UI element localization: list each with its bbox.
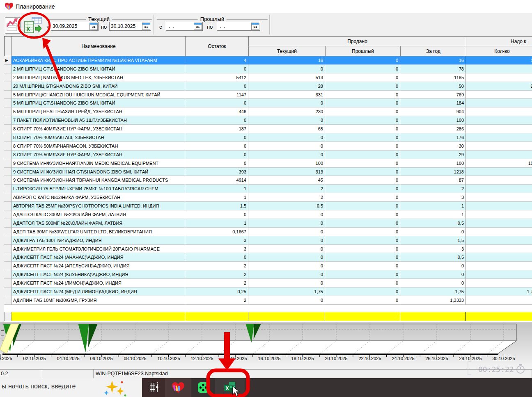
- row-selector-cell[interactable]: [4, 185, 11, 193]
- row-selector-cell[interactable]: [4, 210, 11, 219]
- row-selector-cell[interactable]: [4, 219, 11, 228]
- cell-sold-current: 0: [248, 151, 325, 159]
- calendar-icon[interactable]: 31: [251, 23, 259, 30]
- table-row[interactable]: АДЖИГРА ТАБ 100Г №4\АДЖИО, ИНДИЯ3001,5: [4, 236, 532, 245]
- column-header-sold-past[interactable]: Прошлый: [326, 46, 401, 56]
- row-selector-cell[interactable]: [4, 228, 11, 236]
- taskbar-item-green-app[interactable]: [191, 378, 215, 397]
- cell-sold-current: 0: [248, 65, 325, 73]
- row-selector-cell[interactable]: [4, 133, 11, 142]
- row-selector-cell[interactable]: [4, 159, 11, 168]
- cell-sold-past: 0: [325, 107, 400, 116]
- table-row[interactable]: L-ТИРОКСИН 75 БЕРЛИН-ХЕМИ 75МКГ №100 ТАБ…: [4, 185, 532, 193]
- cell-stock: 0,1667: [185, 228, 248, 236]
- row-selector-cell[interactable]: [4, 253, 11, 262]
- cell-name: 5 МЛ ШПРИЦ\CHANGZHOU HUICHUN MEDICAL EQU…: [11, 91, 185, 99]
- table-row[interactable]: АДАПТОЛ КАПС 300МГ №20\ОЛАЙН ФАРМ, ЛАТВИ…: [4, 210, 532, 219]
- row-selector-cell[interactable]: [4, 236, 11, 245]
- row-selector-cell[interactable]: [4, 107, 11, 116]
- row-selector-cell[interactable]: [4, 270, 11, 279]
- row-selector-cell[interactable]: [4, 262, 11, 270]
- calendar-icon[interactable]: 31: [89, 23, 98, 30]
- table-row[interactable]: 8 СПИРТ 70% 50МЛ\ЗИЕ НУР ФАРМ, УЗБЕКИСТА…: [4, 151, 532, 159]
- column-header-need-group[interactable]: Надо к: [466, 37, 532, 46]
- table-row[interactable]: 8 СПИРТ 70% 50МЛ\PHARMACON, УЗБЕКИСТАН00…: [4, 142, 532, 151]
- table-row[interactable]: АДЖИСЕПТ ПАСТ №24 (КЛУБНИКА)\АДЖИО, ИНДИ…: [4, 270, 532, 279]
- axis-tick-label: 02.10.2025: [23, 356, 46, 361]
- table-row[interactable]: 9 СИСТЕМА ИНФУЗИОННАЯ\TIANJIN MEDIC MEDI…: [4, 159, 532, 168]
- row-selector-cell[interactable]: [4, 296, 11, 305]
- cell-name: АДЖИСЕПТ ПАСТ №24 (МЕД И ЛИМОН)\АДЖИО, И…: [11, 287, 185, 296]
- column-header-sold-year[interactable]: За год: [401, 46, 466, 56]
- cell-sold-past: 0: [325, 159, 400, 168]
- row-selector-cell[interactable]: [4, 176, 11, 185]
- table-row[interactable]: 9 СИСТЕМА ИНФУЗИОННАЯ GT\SHANDONG ZIBO S…: [4, 168, 532, 176]
- past-from-date-field[interactable]: . . 31: [166, 22, 203, 31]
- table-row[interactable]: 5 МЛ ШПРИЦ GT\SHANDONG ZIBO SMI, КИТАЙ00…: [4, 99, 532, 107]
- table-row[interactable]: АДЖИСЕПТ ПАСТ №24 (ЛИМОН)\АДЖИО, ИНДИЯ20…: [4, 279, 532, 287]
- row-selector-cell[interactable]: [4, 142, 11, 151]
- table-row[interactable]: АВТОРИЯ ТАБ 25МГ №30\PSYCHOTROPICS INDIA…: [4, 202, 532, 210]
- row-selector-cell[interactable]: [4, 168, 11, 176]
- cell-sold-current: 100: [248, 159, 325, 168]
- current-from-date-field[interactable]: 30.09.2025 31: [51, 22, 99, 31]
- row-selector-cell[interactable]: [4, 287, 11, 296]
- cell-sold-past: 0: [325, 73, 400, 82]
- row-selector-cell[interactable]: [4, 279, 11, 287]
- table-row[interactable]: 9 СИСТЕМА ИНФУЗИОННАЯ TBF\ANHUI KANGDA M…: [4, 176, 532, 185]
- row-selector-cell[interactable]: [4, 65, 11, 73]
- table-row[interactable]: АДИПИН ТАБ 10МГ №30\GMP, ГРУЗИЯ2001,3333: [4, 296, 532, 305]
- row-selector-cell[interactable]: [4, 202, 11, 210]
- export-to-excel-button[interactable]: X: [24, 16, 42, 34]
- taskbar-search-box[interactable]: ы начать поиск, введите: [0, 378, 144, 397]
- table-row[interactable]: АДЕП ТАБ 30МГ №30\WELFAR UNITED LTD, ВЕЛ…: [4, 228, 532, 236]
- row-selector-cell[interactable]: [4, 245, 11, 253]
- table-row[interactable]: 7 ПАКЕТ ПОЛИЭТИЛЕНОВЫЙ А5 1ШТ.\УЗБЕКИСТА…: [4, 116, 532, 125]
- calendar-icon[interactable]: 31: [194, 23, 202, 30]
- table-row[interactable]: 8 СПИРТ 70% 40МЛ\АКТАШ, УЗБЕКИСТАН000176: [4, 133, 532, 142]
- current-to-date-field[interactable]: 30.10.2025 31: [109, 22, 151, 31]
- cell-name: 8 СПИРТ 70% 40МЛ\ЗИЕ НУР ФАРМ, УЗБЕКИСТА…: [11, 125, 185, 133]
- row-selector-cell[interactable]: [4, 91, 11, 99]
- taskbar-item-excel[interactable]: X: [215, 378, 245, 397]
- table-row[interactable]: АДЖИСЕПТ ПАСТ №24 (АПЕЛЬСИН)\АДЖИО, ИНДИ…: [4, 262, 532, 270]
- row-selector-cell[interactable]: [4, 116, 11, 125]
- row-selector-cell[interactable]: ▶: [4, 56, 11, 65]
- row-selector-cell[interactable]: [4, 82, 11, 91]
- taskbar-item-settings[interactable]: [142, 378, 165, 397]
- calendar-icon[interactable]: 31: [142, 23, 150, 30]
- row-selector-cell[interactable]: [4, 193, 11, 202]
- show-chart-button[interactable]: [5, 17, 21, 34]
- taskbar-item-planning-app[interactable]: [165, 378, 191, 397]
- table-row[interactable]: ▶АСКАРБИНКА КИДС ПРО АСТИВЕ ПРЕМИУМ №15\…: [4, 56, 532, 65]
- table-row[interactable]: 20 МЛ ШПРИЦ GT\SHANDONG ZIBO SMI, КИТАЙ0…: [4, 82, 532, 91]
- past-to-date-field[interactable]: . . 31: [217, 22, 260, 31]
- cell-name: L-ТИРОКСИН 75 БЕРЛИН-ХЕМИ 75МКГ №100 ТАБ…: [11, 185, 185, 193]
- cell-sold-past: 0: [325, 245, 400, 253]
- table-row[interactable]: 5 МЛ ШПРИЦ\CHANGZHOU HUICHUN MEDICAL EQU…: [4, 91, 532, 99]
- column-header-sold-current[interactable]: Текущий: [249, 46, 326, 56]
- table-row[interactable]: 2 МЛ ШПРИЦ NMT\NUKUS MED TEX, УЗБЕКИСТАН…: [4, 73, 532, 82]
- column-header-sold-group[interactable]: Продано: [249, 37, 466, 46]
- table-row[interactable]: АДЖИМЕТРИЛ ГЕЛЬ СТОМАТОЛОГИЧЕСКИЙ 20Г\AG…: [4, 245, 532, 253]
- column-header-name[interactable]: Наименование: [12, 37, 186, 56]
- cell-sold-past: 0: [325, 82, 400, 91]
- table-row[interactable]: 8 СПИРТ 70% 40МЛ\ЗИЕ НУР ФАРМ, УЗБЕКИСТА…: [4, 125, 532, 133]
- row-selector-cell[interactable]: [4, 99, 11, 107]
- table-row[interactable]: АДАПТОЛ ТАБ 500МГ №20\ОЛАЙН ФАРМ, ЛАТВИЯ…: [4, 219, 532, 228]
- copilot-sparkle-icon[interactable]: [101, 378, 133, 397]
- column-header-need-qty[interactable]: Кол-во: [466, 46, 532, 56]
- table-row[interactable]: АВИРОЛ С КАПС №12\НИКА ФАРМ, УЗБЕКИСТАН1…: [4, 193, 532, 202]
- table-row[interactable]: АДЖИСЕПТ ПАСТ №24 (АНАНАС)\АДЖИО, ИНДИЯ0…: [4, 253, 532, 262]
- table-row[interactable]: АДЖИСЕПТ ПАСТ №24 (МЕД И ЛИМОН)\АДЖИО, И…: [4, 287, 532, 296]
- cell-sold-year: 769: [400, 91, 466, 99]
- cell-stock: 1: [185, 185, 248, 193]
- column-header-stock[interactable]: Остаток: [186, 37, 249, 56]
- table-row[interactable]: 5 МЛ ШПРИЦ HEALTH\АЗИЯ ТРЕЙД, УЗБЕКИСТАН…: [4, 107, 532, 116]
- table-row[interactable]: 2 МЛ ШПРИЦ GT\SHANDONG ZIBO SMI, КИТАЙ00…: [4, 65, 532, 73]
- cell-sold-current: 2: [248, 185, 325, 193]
- row-selector-cell[interactable]: [4, 125, 11, 133]
- row-selector-cell[interactable]: [4, 151, 11, 159]
- cell-sold-current: 230: [248, 107, 325, 116]
- row-selector-cell[interactable]: [4, 73, 11, 82]
